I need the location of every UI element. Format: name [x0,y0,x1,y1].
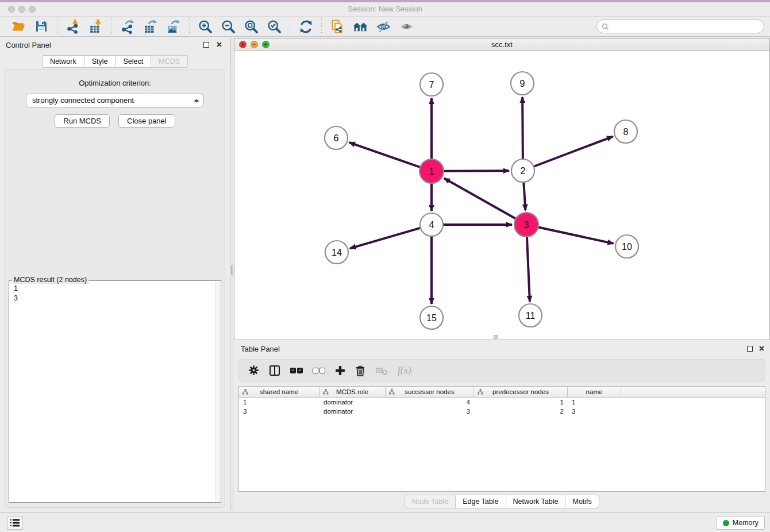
apply-layout-icon[interactable] [297,18,314,35]
memory-button[interactable]: Memory [717,516,765,530]
titlebar: Session: New Session [0,2,770,16]
network-window-titlebar: x − + scc.txt [234,38,769,51]
zoom-in-icon[interactable] [197,18,214,35]
edge-1-6[interactable] [349,142,421,167]
column-header-shared-name[interactable]: shared name [239,387,319,397]
network-resize-grip[interactable] [494,335,498,339]
app-window: Session: New Session [0,0,770,532]
column-label: MCDS role [336,388,368,395]
toolbar-separator [189,18,190,34]
export-image-icon[interactable] [165,18,182,35]
column-type-icon [323,389,329,395]
tab-motifs[interactable]: Motifs [565,495,599,508]
edge-2-8[interactable] [533,137,613,167]
save-session-icon[interactable] [33,18,50,35]
status-bar: Memory [0,512,770,532]
float-panel-icon[interactable] [203,42,209,48]
memory-status-icon [723,520,729,526]
control-tabs: NetworkStyleSelectMCDS [0,55,230,68]
control-panel-title: Control Panel [6,41,51,49]
export-network-icon[interactable] [119,18,136,35]
show-hidden-icon[interactable] [398,18,415,35]
node-label-11: 11 [526,311,536,321]
close-panel-icon[interactable]: × [217,38,222,51]
cell-predecessor-nodes: 2 [474,407,568,416]
edge-1-2[interactable] [443,171,509,171]
tab-mcds[interactable]: MCDS [151,55,188,68]
table-settings-icon[interactable] [248,364,259,377]
cell-mcds-role: dominator [319,407,386,416]
mcds-result-list: 13 [9,281,221,306]
tab-edge-table[interactable]: Edge Table [456,495,506,508]
network-graph[interactable]: 7968124314101511 [234,51,769,340]
table-close-icon[interactable]: × [759,342,764,355]
tab-node-table[interactable]: Node Table [405,495,456,508]
select-columns-icon[interactable] [269,364,280,377]
criterion-dropdown[interactable]: strongly connected component [26,94,204,107]
table-float-icon[interactable] [747,346,753,352]
edge-3-10[interactable] [538,227,614,244]
export-table-icon[interactable] [142,18,159,35]
edge-2-9[interactable] [522,97,523,160]
edge-2-3[interactable] [523,182,525,210]
list-icon [10,519,20,527]
tab-style[interactable]: Style [84,55,116,68]
cell-name: 1 [568,398,621,407]
column-header-mcds-role[interactable]: MCDS role [319,387,386,397]
first-neighbors-icon[interactable] [352,18,369,35]
task-history-button[interactable] [7,516,23,530]
run-mcds-button[interactable]: Run MCDS [55,114,110,128]
criterion-value: strongly connected component [32,96,134,105]
zoom-fit-icon[interactable] [242,18,260,35]
select-all-rows-icon[interactable]: ✓✓ [290,364,303,377]
import-network-icon[interactable] [64,18,82,35]
tab-select[interactable]: Select [116,55,152,68]
splitter-grip[interactable] [231,265,233,275]
column-header-name[interactable]: name [568,387,621,397]
close-panel-button[interactable]: Close panel [118,114,175,128]
zoom-selected-icon[interactable] [265,18,283,35]
edge-4-14[interactable] [350,228,421,248]
table-toolbar: ✓✓ f(x) [238,359,765,381]
result-scrollbar[interactable] [215,282,220,502]
table-tabs: Node TableEdge TableNetwork TableMotifs [234,495,770,508]
network-canvas[interactable]: 7968124314101511 [234,51,769,340]
deselect-all-rows-icon[interactable] [313,364,325,377]
table-panel: Table Panel × ✓✓ [234,342,770,511]
table-row[interactable]: 1dominator411 [239,398,765,407]
delete-rows-icon[interactable] [355,364,365,377]
node-label-2: 2 [521,166,526,176]
add-column-icon[interactable] [335,364,345,377]
result-item: 1 [14,284,216,294]
table-panel-title: Table Panel [241,345,280,353]
node-label-1: 1 [429,167,434,176]
network-title: scc.txt [234,38,769,51]
search-input[interactable] [612,22,764,30]
session-title: Session: New Session [0,2,770,16]
clone-network-icon[interactable] [329,18,346,35]
optimization-criterion-label: Optimization criterion: [5,79,225,87]
column-type-icon [478,389,483,395]
cell-mcds-role: dominator [319,398,386,407]
column-header-predecessor-nodes[interactable]: predecessor nodes [474,387,568,397]
import-table-icon[interactable] [87,18,105,35]
tab-network[interactable]: Network [42,55,84,68]
hide-selected-icon[interactable] [375,18,392,35]
column-header-successor-nodes[interactable]: successor nodes [386,387,474,397]
node-label-14: 14 [332,248,342,257]
mcds-result-box: MCDS result (2 nodes) 13 [9,280,221,503]
zoom-out-icon[interactable] [220,18,237,35]
node-label-10: 10 [622,242,632,252]
memory-label: Memory [733,519,759,527]
edge-3-11[interactable] [527,236,530,302]
search-field[interactable] [596,20,764,33]
table-row[interactable]: 3dominator323 [239,407,765,416]
result-item: 3 [14,294,216,303]
tab-network-table[interactable]: Network Table [506,495,566,508]
node-table[interactable]: shared nameMCDS rolesuccessor nodesprede… [238,386,765,492]
open-session-icon[interactable] [10,18,27,35]
mcds-result-title: MCDS result (2 nodes) [12,276,88,284]
edge-3-1[interactable] [444,178,517,219]
column-type-icon [242,389,248,395]
panel-splitter[interactable] [230,38,234,511]
